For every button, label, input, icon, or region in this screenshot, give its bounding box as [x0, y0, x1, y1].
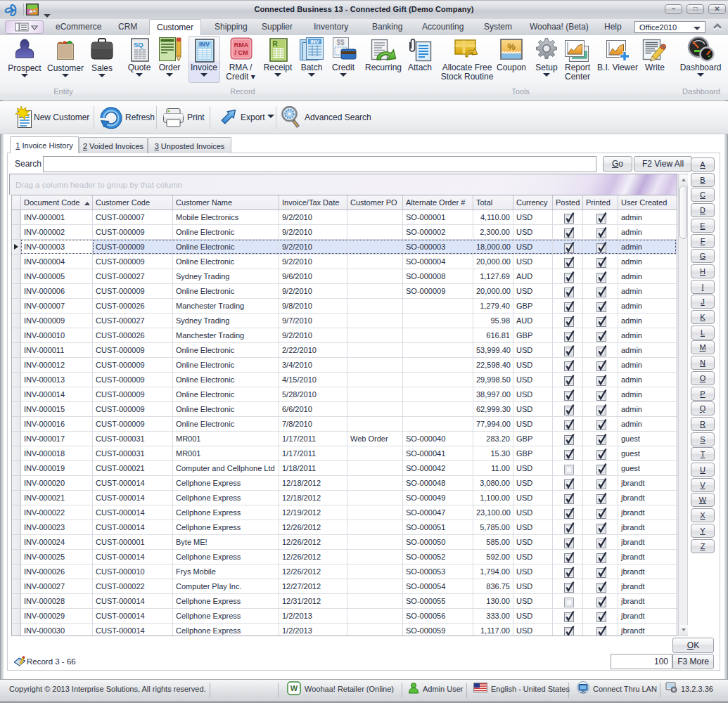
svg-text:$$: $$: [336, 39, 345, 46]
svg-text:W: W: [290, 684, 298, 692]
svg-text:INV: INV: [199, 41, 210, 48]
svg-text:R: R: [273, 40, 279, 48]
